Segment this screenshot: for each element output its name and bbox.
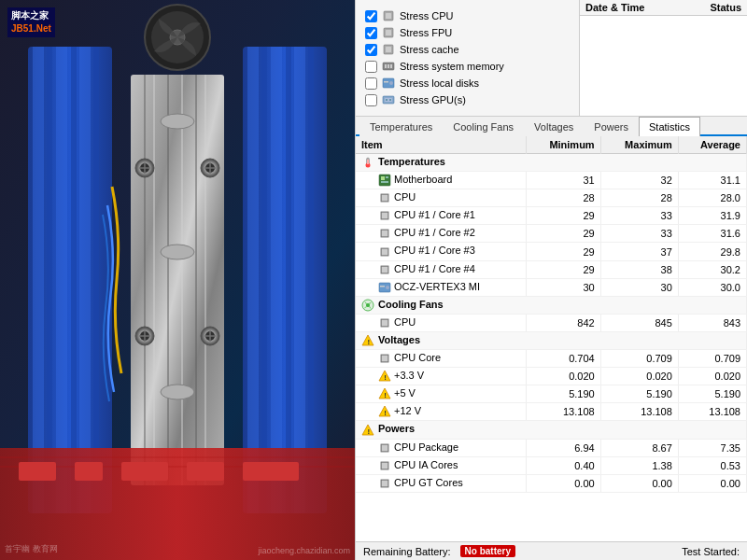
svg-rect-73 bbox=[381, 176, 385, 180]
tab-voltages[interactable]: Voltages bbox=[524, 117, 584, 136]
statistics-table-wrap: ItemMinimumMaximumAverage TemperaturesMo… bbox=[356, 136, 747, 541]
row-icon: ! bbox=[378, 387, 391, 400]
stress-item-fpu: Stress FPU bbox=[365, 24, 570, 41]
svg-rect-59 bbox=[385, 64, 387, 68]
stress-item-gpu: Stress GPU(s) bbox=[365, 91, 570, 108]
svg-rect-67 bbox=[386, 99, 388, 101]
svg-text:!: ! bbox=[384, 373, 387, 382]
col-header-item: Item bbox=[356, 136, 526, 154]
svg-rect-75 bbox=[381, 181, 388, 183]
stress-checkbox-fpu[interactable] bbox=[365, 27, 377, 39]
stress-checkbox-localdisks[interactable] bbox=[365, 77, 377, 90]
table-row: CPU Package6.948.677.35 bbox=[356, 439, 747, 456]
cell-min: 31 bbox=[526, 172, 600, 189]
cell-avg: 5.190 bbox=[678, 385, 746, 403]
cell-min: 29 bbox=[526, 225, 600, 243]
svg-text:!: ! bbox=[384, 391, 387, 399]
stress-checkbox-sysmem[interactable] bbox=[365, 61, 377, 73]
svg-rect-88 bbox=[380, 286, 385, 287]
stress-checkbox-gpu[interactable] bbox=[365, 94, 377, 106]
svg-rect-81 bbox=[382, 231, 388, 236]
row-name: CPU #1 / Core #4 bbox=[394, 263, 475, 274]
cell-max: 1.38 bbox=[600, 456, 678, 474]
svg-rect-14 bbox=[308, 47, 314, 513]
cell-avg: 843 bbox=[678, 314, 746, 331]
row-name: CPU bbox=[394, 191, 416, 203]
svg-rect-9 bbox=[247, 47, 259, 513]
tab-statistics[interactable]: Statistics bbox=[639, 117, 700, 136]
stress-icon-sysmem bbox=[381, 59, 396, 74]
stress-item-cpu: Stress CPU bbox=[365, 7, 570, 24]
cell-min: 0.704 bbox=[526, 350, 600, 368]
stress-icon-localdisks bbox=[381, 76, 396, 91]
table-row: CPU Core0.7040.7090.709 bbox=[356, 350, 747, 368]
table-row: CPU IA Cores0.401.380.53 bbox=[356, 456, 747, 474]
tab-temperatures[interactable]: Temperatures bbox=[359, 117, 443, 136]
cell-max: 37 bbox=[600, 243, 678, 260]
svg-rect-71 bbox=[367, 160, 369, 164]
status-bar: Remaining Battery: No battery Test Start… bbox=[356, 541, 747, 560]
svg-point-38 bbox=[161, 114, 194, 129]
cell-min: 28 bbox=[526, 189, 600, 207]
svg-rect-108 bbox=[382, 463, 388, 469]
svg-text:!: ! bbox=[368, 427, 371, 436]
svg-rect-83 bbox=[382, 249, 388, 255]
cell-max: 30 bbox=[600, 278, 678, 296]
cell-max: 0.00 bbox=[600, 474, 678, 492]
section-powers: !Powers bbox=[356, 421, 747, 439]
row-name: +5 V bbox=[394, 387, 416, 399]
svg-rect-12 bbox=[286, 47, 291, 513]
cell-max: 33 bbox=[600, 207, 678, 225]
stress-checkbox-cache[interactable] bbox=[365, 44, 377, 56]
row-icon bbox=[378, 316, 391, 329]
svg-rect-60 bbox=[388, 64, 389, 68]
row-name: Motherboard bbox=[394, 174, 452, 185]
svg-rect-44 bbox=[19, 462, 56, 481]
section-label: Temperatures bbox=[378, 156, 445, 167]
section-cooling-fans: Cooling Fans bbox=[356, 296, 747, 314]
cell-min: 0.40 bbox=[526, 456, 600, 474]
table-row: CPU #1 / Core #3293729.8 bbox=[356, 243, 747, 260]
stress-icon-cache bbox=[381, 42, 396, 57]
cell-min: 0.00 bbox=[526, 474, 600, 492]
stress-checkbox-cpu[interactable] bbox=[365, 10, 377, 22]
svg-rect-57 bbox=[386, 47, 391, 52]
section-label: Cooling Fans bbox=[378, 299, 444, 310]
stress-label-sysmem: Stress system memory bbox=[400, 61, 504, 72]
row-name: CPU IA Cores bbox=[394, 459, 458, 470]
row-icon bbox=[378, 263, 391, 276]
svg-rect-7 bbox=[93, 47, 99, 513]
svg-rect-3 bbox=[47, 47, 52, 513]
stress-label-gpu: Stress GPU(s) bbox=[400, 94, 466, 105]
section-voltages: !Voltages bbox=[356, 331, 747, 349]
table-row: !+5 V5.1905.1905.190 bbox=[356, 385, 747, 403]
table-row: CPU282828.0 bbox=[356, 189, 747, 207]
stress-item-localdisks: Stress local disks bbox=[365, 75, 570, 91]
right-panel: Stress CPUStress FPUStress cacheStress s… bbox=[355, 0, 747, 560]
cell-max: 38 bbox=[600, 260, 678, 278]
stress-label-cpu: Stress CPU bbox=[400, 10, 453, 21]
section-label: Voltages bbox=[378, 334, 420, 345]
table-row: CPU #1 / Core #2293331.6 bbox=[356, 225, 747, 243]
svg-rect-45 bbox=[75, 462, 103, 481]
stress-options-panel: Stress CPUStress FPUStress cacheStress s… bbox=[356, 0, 579, 116]
row-name: +12 V bbox=[394, 405, 421, 416]
statistics-table: ItemMinimumMaximumAverage TemperaturesMo… bbox=[356, 136, 747, 493]
stress-item-sysmem: Stress system memory bbox=[365, 58, 570, 75]
col-header-average: Average bbox=[678, 136, 746, 154]
tabs-row: TemperaturesCooling FansVoltagesPowersSt… bbox=[356, 117, 747, 136]
stress-label-localdisks: Stress local disks bbox=[400, 77, 479, 89]
row-icon: ! bbox=[378, 370, 391, 383]
row-name: CPU #1 / Core #3 bbox=[394, 245, 475, 256]
svg-rect-64 bbox=[384, 81, 388, 83]
col-header-maximum: Maximum bbox=[600, 136, 678, 154]
cell-avg: 28.0 bbox=[678, 189, 746, 207]
row-icon bbox=[378, 245, 391, 259]
cell-max: 845 bbox=[600, 314, 678, 331]
svg-rect-110 bbox=[382, 481, 388, 486]
tab-cooling-fans[interactable]: Cooling Fans bbox=[443, 117, 524, 136]
svg-point-40 bbox=[161, 385, 194, 399]
row-name: OCZ-VERTEX3 MI bbox=[394, 281, 480, 292]
svg-rect-48 bbox=[243, 462, 299, 481]
tab-powers[interactable]: Powers bbox=[584, 117, 639, 136]
